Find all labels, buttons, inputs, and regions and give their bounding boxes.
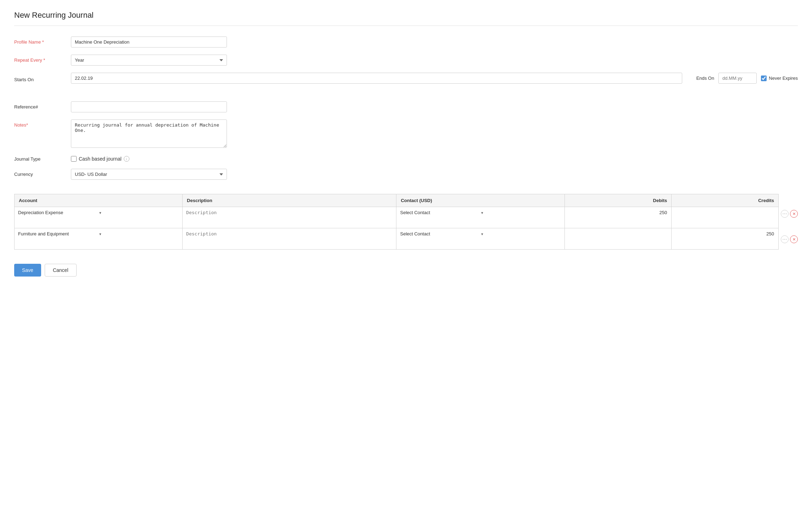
debit-cell-1[interactable]: 250 (564, 207, 672, 228)
description-input-2[interactable] (183, 228, 396, 248)
profile-name-label: Profile Name * (14, 37, 71, 45)
currency-row: Currency USD- US Dollar EUR- Euro GBP- B… (14, 169, 798, 180)
contact-cell-2[interactable]: Select Contact ▾ (396, 228, 564, 250)
debit-cell-2[interactable] (564, 228, 672, 250)
save-button[interactable]: Save (14, 264, 41, 277)
col-debits-header: Debits (564, 194, 672, 207)
description-cell-2[interactable] (183, 228, 396, 250)
notes-row: Notes* Recurring journal for annual depr… (14, 119, 798, 149)
never-expires-checkbox[interactable] (761, 76, 767, 81)
starts-on-label: Starts On (14, 74, 71, 82)
account-cell-1[interactable]: Depreciation Expense ▾ (15, 207, 183, 228)
account-chevron-1: ▾ (99, 211, 179, 215)
table-row: Furniture and Equipment ▾ Select Contact… (15, 228, 779, 250)
table-row: Depreciation Expense ▾ Select Contact ▾ … (15, 207, 779, 228)
currency-select[interactable]: USD- US Dollar EUR- Euro GBP- British Po… (71, 169, 227, 180)
profile-name-input[interactable] (71, 37, 227, 48)
side-actions: ··· ✕ ··· ✕ (779, 187, 798, 252)
cash-based-checkbox[interactable] (71, 156, 77, 162)
col-contact-header: Contact (USD) (396, 194, 564, 207)
contact-chevron-1: ▾ (481, 211, 561, 215)
account-value-2: Furniture and Equipment (18, 231, 98, 236)
cash-based-label: Cash based journal (79, 156, 122, 162)
contact-value-2: Select Contact (400, 231, 480, 236)
never-expires-label[interactable]: Never Expires (761, 76, 798, 81)
account-value-1: Depreciation Expense (18, 210, 98, 215)
credit-cell-2[interactable]: 250 (672, 228, 779, 250)
form-actions: Save Cancel (14, 264, 798, 277)
page-title: New Recurring Journal (14, 11, 798, 26)
description-input-1[interactable] (183, 207, 396, 227)
description-cell-1[interactable] (183, 207, 396, 228)
repeat-every-row: Repeat Every * Year Month Week Day (14, 55, 798, 66)
col-description-header: Description (183, 194, 396, 207)
notes-label: Notes* (14, 119, 71, 128)
remove-icon-2: ✕ (792, 237, 796, 242)
journal-type-row: Journal Type Cash based journal i (14, 156, 798, 162)
row-1-more-button[interactable]: ··· (781, 210, 789, 218)
credit-value-2: 250 (766, 231, 774, 236)
journal-table-wrapper: Account Description Contact (USD) Debits… (14, 187, 798, 260)
ends-on-input[interactable] (718, 73, 757, 84)
row-2-remove-button[interactable]: ✕ (790, 235, 798, 243)
reference-input[interactable] (71, 101, 227, 112)
journal-lines-table: Account Description Contact (USD) Debits… (14, 194, 779, 250)
debit-value-1: 250 (660, 210, 667, 215)
account-cell-2[interactable]: Furniture and Equipment ▾ (15, 228, 183, 250)
never-expires-text: Never Expires (769, 76, 798, 81)
row-2-more-button[interactable]: ··· (781, 235, 789, 243)
contact-value-1: Select Contact (400, 210, 480, 215)
notes-textarea[interactable]: Recurring journal for annual depreciatio… (71, 119, 227, 148)
cancel-button[interactable]: Cancel (45, 264, 77, 277)
journal-type-label: Journal Type (14, 156, 71, 162)
contact-cell-1[interactable]: Select Contact ▾ (396, 207, 564, 228)
repeat-every-label: Repeat Every * (14, 55, 71, 63)
dots-icon: ··· (782, 211, 787, 217)
dots-icon-2: ··· (782, 236, 787, 243)
repeat-every-select[interactable]: Year Month Week Day (71, 55, 227, 66)
row-1-actions: ··· ✕ (781, 201, 798, 227)
ends-on-label: Ends On (696, 76, 714, 81)
credit-cell-1[interactable] (672, 207, 779, 228)
col-account-header: Account (15, 194, 183, 207)
col-credits-header: Credits (672, 194, 779, 207)
dates-row: Starts On Ends On Never Expires (14, 73, 798, 84)
reference-row: Reference# (14, 101, 798, 112)
remove-icon: ✕ (792, 212, 796, 216)
row-2-actions: ··· ✕ (781, 227, 798, 252)
cash-based-info-icon[interactable]: i (124, 156, 129, 162)
currency-label: Currency (14, 169, 71, 177)
reference-label: Reference# (14, 101, 71, 110)
starts-on-input[interactable] (71, 73, 682, 84)
contact-chevron-2: ▾ (481, 232, 561, 236)
row-1-remove-button[interactable]: ✕ (790, 210, 798, 218)
account-chevron-2: ▾ (99, 232, 179, 236)
profile-name-row: Profile Name * (14, 37, 798, 48)
table-header-row: Account Description Contact (USD) Debits… (15, 194, 779, 207)
